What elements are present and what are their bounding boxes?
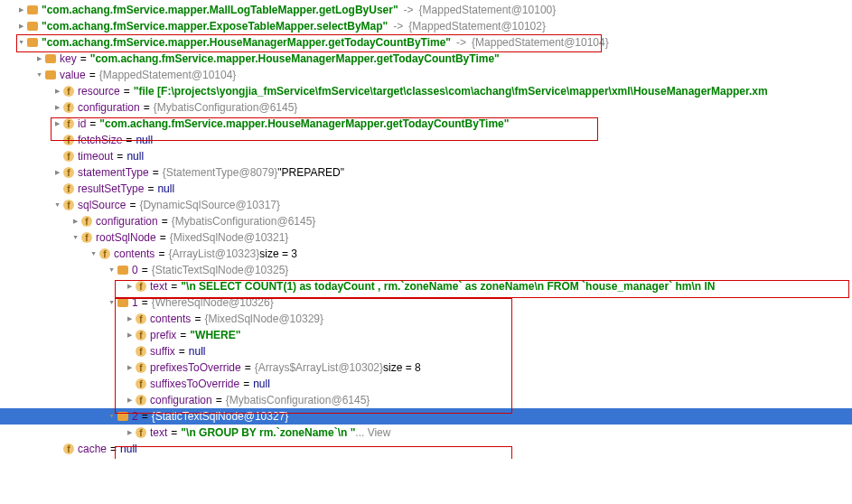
list-entry-icon (45, 54, 56, 63)
tree-row[interactable]: contents = {ArrayList@10323} size = 3 (0, 246, 852, 262)
tree-row[interactable]: prefixesToOverride = {Arrays$ArrayList@1… (0, 359, 852, 376)
tree-text: "file [F:\projects\yongjia_fmService\fmS… (134, 85, 768, 98)
tree-row[interactable]: text = "\n SELECT COUNT(1) as todayCount… (0, 278, 852, 294)
expand-arrow-icon[interactable] (51, 85, 63, 98)
tree-text: = (171, 280, 177, 293)
tree-row[interactable]: fetchSize = null (0, 132, 852, 148)
expand-arrow-icon[interactable] (51, 166, 63, 179)
tree-text: null (157, 182, 174, 195)
tree-text: "\n GROUP BY rm.`zoneName`\n " (181, 426, 355, 439)
tree-row[interactable]: configuration = {MybatisConfiguration@61… (0, 213, 852, 229)
tree-row[interactable]: statementType = {StatementType@8079} "PR… (0, 164, 852, 181)
tree-text: {MybatisConfiguration@6145} (172, 215, 316, 228)
tree-row[interactable]: id = "com.achang.fmService.mapper.HouseM… (0, 116, 852, 132)
tree-row[interactable]: resultSetType = null (0, 181, 852, 197)
expand-arrow-icon[interactable] (14, 36, 27, 49)
expand-arrow-icon[interactable] (33, 52, 45, 65)
tree-row[interactable]: "com.achang.fmService.mapper.ExposeTable… (0, 18, 852, 34)
tree-text: "com.achang.fmService.mapper.HouseManage… (99, 117, 509, 130)
debugger-tree: "com.achang.fmService.mapper.MallLogTabl… (0, 2, 852, 457)
tree-text: prefix (150, 329, 176, 341)
tree-text: = (171, 426, 177, 439)
tree-row[interactable]: resource = "file [F:\projects\yongjia_fm… (0, 83, 852, 99)
expand-arrow-icon[interactable] (14, 4, 27, 16)
expand-arrow-icon[interactable] (123, 329, 136, 341)
tree-text: null (126, 150, 144, 163)
tree-text: suffix (150, 345, 175, 358)
expand-arrow-icon[interactable] (33, 69, 45, 81)
tree-text: {MappedStatement@10104} (99, 69, 237, 81)
tree-text: "\n SELECT COUNT(1) as todayCount , rm.`… (181, 280, 715, 293)
tree-text: = (89, 117, 96, 130)
expand-arrow-icon[interactable] (69, 231, 81, 244)
tree-text: {MappedStatement@10102} (408, 20, 546, 33)
list-entry-icon (45, 70, 56, 79)
tree-text: "PREPARED" (277, 166, 344, 179)
tree-text: -> (393, 20, 403, 33)
expand-arrow-icon[interactable] (123, 313, 136, 325)
tree-text: "com.achang.fmService.mapper.HouseManage… (90, 52, 500, 65)
tree-text: 1 (132, 296, 138, 309)
expand-arrow-icon[interactable] (14, 20, 27, 33)
tree-text: null (120, 443, 137, 455)
tree-text: {MybatisConfiguration@6145} (154, 101, 298, 114)
tree-row[interactable]: key = "com.achang.fmService.mapper.House… (0, 51, 852, 67)
expand-arrow-icon[interactable] (105, 410, 117, 423)
tree-text: {MappedStatement@10104} (472, 36, 609, 49)
tree-text: contents (150, 313, 191, 325)
list-entry-icon (117, 298, 128, 307)
expand-arrow-icon[interactable] (51, 199, 63, 211)
expand-arrow-icon[interactable] (105, 296, 117, 309)
tree-text: = (179, 345, 185, 358)
tree-row[interactable]: configuration = {MybatisConfiguration@61… (0, 392, 852, 408)
expand-arrow-icon[interactable] (105, 264, 117, 276)
tree-text: 2 (132, 410, 138, 423)
tree-text: {StatementType@8079} (163, 166, 278, 179)
tree-text: size = 8 (383, 361, 421, 374)
tree-text: {DynamicSqlSource@10317} (139, 199, 280, 211)
tree-row[interactable]: cache = null (0, 441, 852, 457)
field-icon (136, 281, 146, 292)
tree-text: -> (404, 4, 414, 16)
tree-text: = (180, 329, 186, 341)
tree-text: cache (78, 443, 107, 455)
expand-arrow-icon[interactable] (69, 215, 81, 228)
tree-text: = (129, 199, 136, 211)
tree-text: {Arrays$ArrayList@10302} (255, 361, 383, 374)
tree-text: configuration (150, 394, 212, 406)
tree-text: {MixedSqlNode@10321} (170, 231, 289, 244)
tree-text: fetchSize (78, 134, 122, 146)
tree-row[interactable]: 2 = {StaticTextSqlNode@10327} (0, 408, 852, 425)
field-icon (63, 151, 74, 162)
expand-arrow-icon[interactable] (51, 101, 63, 114)
expand-arrow-icon[interactable] (123, 426, 136, 439)
tree-row[interactable]: contents = {MixedSqlNode@10329} (0, 311, 852, 327)
tree-row[interactable]: suffix = null (0, 343, 852, 359)
expand-arrow-icon[interactable] (51, 117, 63, 130)
field-icon (63, 200, 74, 210)
tree-row[interactable]: "com.achang.fmService.mapper.HouseManage… (0, 34, 852, 51)
tree-row[interactable]: sqlSource = {DynamicSqlSource@10317} (0, 197, 852, 213)
tree-text: {StaticTextSqlNode@10325} (152, 264, 289, 276)
tree-text: {MybatisConfiguration@6145} (226, 394, 370, 406)
field-icon (63, 118, 74, 129)
tree-text: {MixedSqlNode@10329} (204, 313, 323, 325)
expand-arrow-icon[interactable] (123, 361, 136, 374)
tree-row[interactable]: text = "\n GROUP BY rm.`zoneName`\n "...… (0, 425, 852, 441)
expand-arrow-icon[interactable] (123, 280, 136, 293)
field-icon (136, 346, 146, 357)
tree-row[interactable]: suffixesToOverride = null (0, 376, 852, 392)
tree-text: = (110, 443, 117, 455)
tree-row[interactable]: "com.achang.fmService.mapper.MallLogTabl… (0, 2, 852, 18)
expand-arrow-icon[interactable] (123, 394, 136, 406)
tree-text[interactable]: ... View (355, 426, 390, 439)
expand-arrow-icon[interactable] (87, 247, 99, 260)
tree-row[interactable]: prefix = "WHERE" (0, 327, 852, 343)
tree-row[interactable]: value = {MappedStatement@10104} (0, 67, 852, 83)
tree-row[interactable]: 0 = {StaticTextSqlNode@10325} (0, 262, 852, 278)
tree-row[interactable]: configuration = {MybatisConfiguration@61… (0, 99, 852, 116)
tree-row[interactable]: timeout = null (0, 148, 852, 164)
tree-row[interactable]: rootSqlNode = {MixedSqlNode@10321} (0, 229, 852, 246)
tree-text: = (147, 182, 154, 195)
tree-row[interactable]: 1 = {WhereSqlNode@10326} (0, 294, 852, 311)
